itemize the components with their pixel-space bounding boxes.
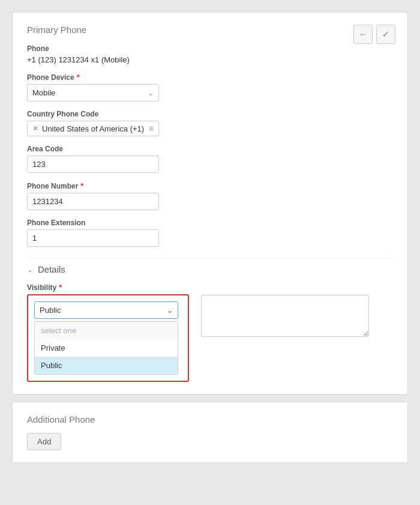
country-code-group: Country Phone Code ✕ United States of Am… <box>27 110 393 136</box>
phone-ext-input[interactable] <box>27 229 159 247</box>
phone-number-input[interactable] <box>27 193 159 210</box>
notes-textarea[interactable] <box>201 295 369 337</box>
phone-device-select[interactable]: Mobile ⌄ <box>27 84 159 101</box>
visibility-label: Visibility * <box>27 283 189 292</box>
visibility-row: Visibility * Public ⌄ select one Private… <box>27 283 393 382</box>
add-phone-button[interactable]: Add <box>27 433 61 450</box>
area-code-input[interactable] <box>27 156 159 173</box>
primary-phone-section: Primary Phone ← ✓ Phone +1 (123) 1231234… <box>12 12 408 395</box>
area-code-label: Area Code <box>27 145 393 153</box>
details-section: ⌄ Details Visibility * Public ⌄ <box>27 258 393 382</box>
phone-device-chevron-icon: ⌄ <box>148 89 154 97</box>
phone-label: Phone <box>27 44 393 53</box>
visibility-required-star: * <box>59 283 62 292</box>
country-tag-remove-icon[interactable]: ✕ <box>32 124 38 133</box>
country-tag-list-icon[interactable]: ≡ <box>149 124 154 133</box>
visibility-chevron-icon: ⌄ <box>167 306 173 315</box>
visibility-option-public[interactable]: Public <box>35 357 178 374</box>
details-chevron-icon[interactable]: ⌄ <box>27 265 33 274</box>
primary-phone-title: Primary Phone <box>27 25 393 35</box>
phone-device-value: Mobile <box>32 88 55 97</box>
visibility-select[interactable]: Public ⌄ <box>34 301 178 319</box>
visibility-dropdown-wrapper: Public ⌄ select one Private Public <box>27 294 189 382</box>
phone-ext-label: Phone Extension <box>27 219 393 227</box>
details-title: Details <box>38 264 65 274</box>
visibility-options: select one Private Public <box>34 321 178 375</box>
area-code-group: Area Code <box>27 145 393 173</box>
phone-device-label: Phone Device * <box>27 73 393 82</box>
country-code-label: Country Phone Code <box>27 110 393 118</box>
phone-field-group: Phone +1 (123) 1231234 x1 (Mobile) <box>27 44 393 64</box>
additional-phone-section: Additional Phone Add <box>12 402 408 463</box>
phone-ext-group: Phone Extension <box>27 219 393 247</box>
page-wrapper: Primary Phone ← ✓ Phone +1 (123) 1231234… <box>12 12 408 463</box>
phone-number-required-star: * <box>80 181 83 190</box>
country-tag-text: United States of America (+1) <box>42 124 144 133</box>
action-buttons: ← ✓ <box>353 25 395 44</box>
notes-field-group <box>201 295 369 339</box>
country-code-tag: ✕ United States of America (+1) ≡ <box>27 121 159 136</box>
visibility-dropdown-container: Visibility * Public ⌄ select one Private… <box>27 283 189 382</box>
phone-number-label: Phone Number * <box>27 181 393 190</box>
phone-device-required-star: * <box>77 73 80 82</box>
confirm-button[interactable]: ✓ <box>376 25 395 44</box>
phone-value: +1 (123) 1231234 x1 (Mobile) <box>27 55 393 64</box>
visibility-option-placeholder[interactable]: select one <box>35 322 178 339</box>
additional-phone-title: Additional Phone <box>27 414 393 425</box>
phone-device-group: Phone Device * Mobile ⌄ <box>27 73 393 101</box>
phone-number-group: Phone Number * <box>27 181 393 210</box>
details-header: ⌄ Details <box>27 264 393 274</box>
visibility-option-private[interactable]: Private <box>35 339 178 357</box>
visibility-current-value: Public <box>40 306 61 315</box>
back-button[interactable]: ← <box>353 25 373 44</box>
